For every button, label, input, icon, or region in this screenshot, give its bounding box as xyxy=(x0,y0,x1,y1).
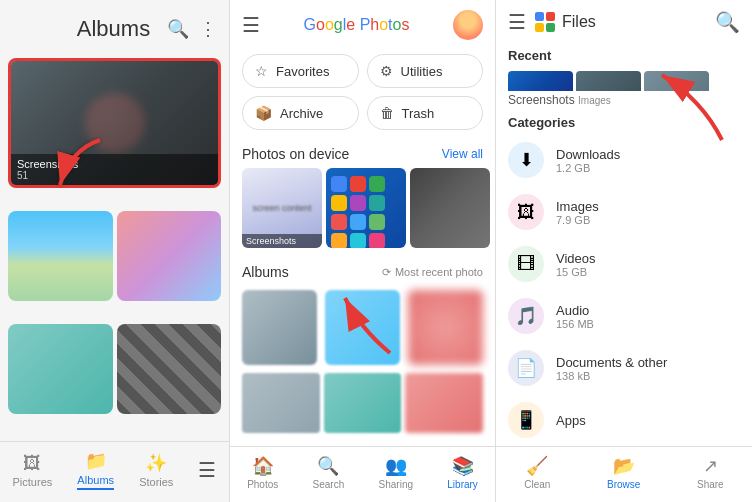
more-photo-3 xyxy=(405,373,483,433)
library-nav-icon: 📚 xyxy=(452,455,474,477)
nav-library[interactable]: 📚 Library xyxy=(447,455,478,490)
nav-pictures[interactable]: 🖼 Pictures xyxy=(13,453,53,488)
album-item[interactable] xyxy=(117,211,222,301)
albums-header: Albums 🔍 ⋮ xyxy=(0,0,229,50)
more-photos-row xyxy=(230,365,495,437)
device-photo-screenshots[interactable]: screen content Screenshots xyxy=(242,168,322,248)
avatar-image xyxy=(453,10,483,40)
more-photo-1 xyxy=(242,373,320,433)
svg-rect-3 xyxy=(546,12,555,21)
category-apps[interactable]: 📱 Apps xyxy=(496,394,752,446)
nav-share[interactable]: ↗ Share xyxy=(697,455,724,490)
category-videos[interactable]: 🎞 Videos 15 GB xyxy=(496,238,752,290)
videos-icon-wrap: 🎞 xyxy=(508,246,544,282)
device-photos-row: screen content Screenshots xyxy=(230,168,495,248)
images-icon: 🖼 xyxy=(517,202,535,223)
archive-button[interactable]: 📦 Archive xyxy=(242,96,359,130)
app-icon xyxy=(369,233,385,248)
app-icon xyxy=(350,233,366,248)
nav-search[interactable]: 🔍 Search xyxy=(313,455,345,490)
device-photo-dark[interactable] xyxy=(410,168,490,248)
files-logo: Files xyxy=(534,11,596,33)
videos-icon: 🎞 xyxy=(517,254,535,275)
trash-button[interactable]: 🗑 Trash xyxy=(367,96,484,130)
more-icon[interactable]: ⋮ xyxy=(199,18,217,40)
album-item[interactable] xyxy=(8,211,113,301)
menu-button[interactable]: ☰ xyxy=(198,458,216,482)
stories-icon: ✨ xyxy=(145,452,167,474)
files-bottom-nav: 🧹 Clean 📂 Browse ↗ Share xyxy=(496,446,752,502)
svg-rect-5 xyxy=(546,23,555,32)
app-icon xyxy=(369,214,385,230)
recent-thumb-2[interactable] xyxy=(576,71,641,91)
nav-sharing[interactable]: 👥 Sharing xyxy=(379,455,413,490)
nav-library-label: Library xyxy=(447,479,478,490)
docs-size: 138 kB xyxy=(556,370,740,382)
nav-clean[interactable]: 🧹 Clean xyxy=(524,455,550,490)
phone-icons xyxy=(326,168,406,248)
app-icon xyxy=(369,176,385,192)
app-icon xyxy=(331,233,347,248)
videos-name: Videos xyxy=(556,251,740,266)
device-photo-phone[interactable] xyxy=(326,168,406,248)
docs-name: Documents & other xyxy=(556,355,740,370)
recent-thumb-1[interactable] xyxy=(508,71,573,91)
photos-nav-icon: 🏠 xyxy=(252,455,274,477)
category-audio[interactable]: 🎵 Audio 156 MB xyxy=(496,290,752,342)
section-title: Photos on device xyxy=(242,146,349,162)
albums-title: Albums xyxy=(60,16,167,42)
svg-rect-2 xyxy=(535,12,544,21)
phone-screen-thumb xyxy=(326,168,406,248)
album-small-1[interactable] xyxy=(242,290,317,365)
red-arrow-2 xyxy=(330,278,420,372)
apps-icon: 📱 xyxy=(515,409,537,431)
images-info: Images 7.9 GB xyxy=(556,199,740,226)
downloads-icon-wrap: ⬇ xyxy=(508,142,544,178)
app-icon xyxy=(350,214,366,230)
albums-panel: Albums 🔍 ⋮ Screenshots 51 xyxy=(0,0,230,502)
images-size: 7.9 GB xyxy=(556,214,740,226)
apps-icon-wrap: 📱 xyxy=(508,402,544,438)
search-icon[interactable]: 🔍 xyxy=(167,18,189,40)
files-menu-icon[interactable]: ☰ xyxy=(508,10,526,34)
album-item[interactable] xyxy=(117,324,222,414)
nav-albums[interactable]: 📁 Albums xyxy=(77,450,114,490)
albums-icon: 📁 xyxy=(85,450,107,472)
albums-section-title: Albums xyxy=(242,264,289,280)
app-icon xyxy=(369,195,385,211)
share-icon: ↗ xyxy=(703,455,718,477)
category-images[interactable]: 🖼 Images 7.9 GB xyxy=(496,186,752,238)
images-icon-wrap: 🖼 xyxy=(508,194,544,230)
svg-rect-4 xyxy=(535,23,544,32)
nav-stories[interactable]: ✨ Stories xyxy=(139,452,173,488)
archive-label: Archive xyxy=(280,106,323,121)
device-photo-label: Screenshots xyxy=(242,234,322,248)
apps-name: Apps xyxy=(556,413,740,428)
screenshots-name: Screenshots xyxy=(508,93,575,107)
audio-icon: 🎵 xyxy=(515,305,537,327)
red-arrow-3 xyxy=(642,60,742,164)
nav-label: Albums xyxy=(77,474,114,486)
utilities-button[interactable]: ⚙ Utilities xyxy=(367,54,484,88)
browse-label: Browse xyxy=(607,479,640,490)
nav-photos[interactable]: 🏠 Photos xyxy=(247,455,278,490)
nav-label: Stories xyxy=(139,476,173,488)
red-arrow-1 xyxy=(40,130,120,214)
user-avatar[interactable] xyxy=(453,10,483,40)
apps-info: Apps xyxy=(556,413,740,428)
trash-icon: 🗑 xyxy=(380,105,394,121)
files-search-icon[interactable]: 🔍 xyxy=(715,10,740,34)
audio-info: Audio 156 MB xyxy=(556,303,740,330)
view-all-button[interactable]: View all xyxy=(442,147,483,161)
album-item[interactable] xyxy=(8,324,113,414)
favorites-button[interactable]: ☆ Favorites xyxy=(242,54,359,88)
nav-browse[interactable]: 📂 Browse xyxy=(607,455,640,490)
app-icon xyxy=(331,195,347,211)
header-icons: 🔍 ⋮ xyxy=(167,18,217,40)
photos-panel: ☰ Google Photos ☆ Favorites ⚙ Utilities … xyxy=(230,0,496,502)
photos-menu-icon[interactable]: ☰ xyxy=(242,13,260,37)
category-docs[interactable]: 📄 Documents & other 138 kB xyxy=(496,342,752,394)
most-recent-label: ⟳ Most recent photo xyxy=(382,266,483,279)
sharing-nav-icon: 👥 xyxy=(385,455,407,477)
search-nav-icon: 🔍 xyxy=(317,455,339,477)
